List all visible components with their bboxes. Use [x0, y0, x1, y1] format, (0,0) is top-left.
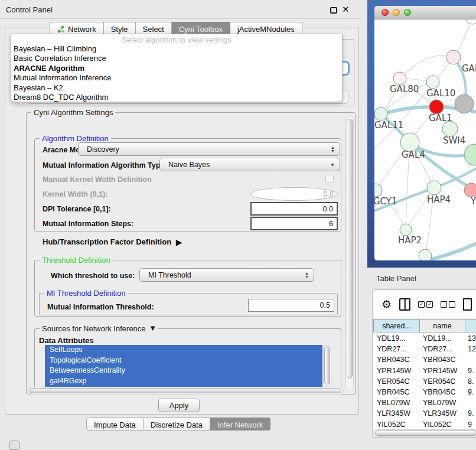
table-row[interactable]: YIL052CYIL052C9 — [373, 419, 476, 430]
network-node-label: GAL4 — [402, 149, 425, 160]
tab-cyni-toolbox[interactable]: Cyni Toolbox — [172, 22, 230, 35]
table-row[interactable]: YBR045CYBR045C9. — [373, 387, 476, 397]
dock-panel-icon[interactable] — [9, 441, 19, 450]
column-header-name[interactable]: name — [420, 319, 465, 332]
tab-network[interactable]: Network — [50, 22, 104, 35]
algorithm-option[interactable]: Mutual Information Inference — [11, 73, 342, 83]
network-node[interactable] — [455, 94, 474, 113]
network-node-gal1[interactable] — [429, 100, 444, 114]
tab-jactivemnodules[interactable]: jActiveMNodules — [230, 22, 302, 35]
hub-section-toggle[interactable]: Hub/Transcription Factor Definition ▶ — [43, 237, 180, 246]
algorithm-dropdown-placeholder: Select algorithm to view settings — [11, 34, 342, 44]
bottom-tabs: Impute Data Discretize Data Infer Networ… — [86, 418, 270, 431]
network-window-titlebar[interactable] — [374, 6, 476, 19]
algorithm-option[interactable]: Dream8 DC_TDC Algorithm — [11, 93, 342, 102]
settings-vertical-scrollbar-thumb[interactable] — [347, 119, 353, 379]
minimize-traffic-light-icon[interactable] — [393, 9, 400, 16]
attributes-list-scrollbar[interactable] — [323, 345, 331, 387]
table-row[interactable]: YPR145WYPR145W9. — [373, 366, 476, 376]
table-row[interactable]: YBR043CYBR043C — [373, 354, 476, 365]
deselect-all-columns-icon[interactable] — [441, 301, 455, 308]
settings-vertical-scrollbar[interactable] — [345, 116, 354, 391]
tab-select[interactable]: Select — [136, 22, 172, 35]
table-panel-title: Table Panel — [376, 274, 416, 283]
table-cell: YLR345W — [423, 408, 464, 419]
float-window-icon[interactable] — [330, 7, 337, 14]
checked-box-icon: ✓ — [418, 301, 425, 308]
table-horizontal-scrollbar-thumb[interactable] — [375, 431, 476, 436]
data-attribute-item[interactable]: SelfLoops — [45, 345, 322, 356]
apply-button[interactable]: Apply — [158, 399, 200, 412]
algorithm-option[interactable]: ARACNE Algorithm — [11, 64, 342, 73]
sources-group-title[interactable]: Sources for Network Inference ▼ — [40, 324, 158, 333]
kernel-width-input[interactable]: 0.0 — [250, 187, 338, 201]
table-cell: YBL079W — [423, 397, 464, 408]
manual-kernel-checkbox[interactable] — [325, 175, 334, 183]
zoom-traffic-light-icon[interactable] — [404, 9, 411, 16]
data-attributes-list[interactable]: SelfLoopsTopologicalCoefficientBetweenne… — [45, 345, 322, 387]
close-icon[interactable]: ✕ — [342, 4, 350, 15]
mi-type-label: Mutual Information Algorithm Type: — [43, 161, 167, 169]
kernel-width-label: Kernel Width (0,1): — [43, 190, 107, 198]
network-node-y[interactable] — [464, 183, 476, 197]
expanded-arrow-icon: ▼ — [149, 324, 157, 332]
table-row[interactable]: YDR27...YDR27...12 — [373, 344, 476, 354]
dpi-tolerance-input[interactable]: 0.0 — [250, 202, 338, 216]
tab-style[interactable]: Style — [104, 22, 136, 35]
unchecked-box-icon — [441, 301, 447, 308]
aracne-mode-select[interactable]: Discovery ▲▼ — [78, 142, 340, 156]
data-attribute-item[interactable]: BetweennessCentrality — [45, 366, 322, 376]
network-canvas[interactable]: GALGAL80GAL10GAL1GAL11SWI4GAL4GCY1HAP4YH… — [374, 19, 476, 260]
mi-steps-input[interactable]: 6 — [250, 217, 338, 230]
table-cell: YIL052C — [377, 419, 418, 430]
column-header-shared-name[interactable]: shared... — [373, 319, 420, 332]
mi-type-select[interactable]: Naive Bayes ▼ — [159, 158, 340, 171]
split-columns-icon[interactable] — [399, 298, 410, 311]
network-node-hap2[interactable] — [400, 224, 412, 236]
algorithm-option[interactable]: Basic Correlation Inference — [11, 54, 342, 63]
settings-horizontal-scrollbar[interactable] — [28, 387, 344, 394]
checked-box-icon: ✓ — [426, 301, 433, 308]
column-header-partial[interactable] — [465, 319, 476, 332]
table-row[interactable]: YBL079WYBL079W — [373, 397, 476, 408]
tab-discretize-data[interactable]: Discretize Data — [144, 418, 210, 431]
table-cell: 12 — [468, 344, 476, 354]
network-node-label: HAP4 — [427, 194, 451, 205]
table-row[interactable]: YER054CYER054C8. — [373, 376, 476, 387]
network-node-gcy1[interactable] — [374, 184, 382, 197]
table-row[interactable]: YDL19...YDL19...13 — [373, 333, 476, 344]
table-cell: 13 — [468, 333, 476, 344]
table-cell: YBR045C — [377, 387, 418, 397]
spinner-arrows-icon: ▲▼ — [305, 269, 309, 281]
page-icon[interactable] — [463, 298, 472, 311]
network-node-gal[interactable] — [446, 50, 461, 64]
tab-impute-data[interactable]: Impute Data — [86, 418, 144, 431]
data-attribute-item[interactable]: gal4RGexp — [45, 376, 322, 387]
table-row[interactable]: YLR345WYLR345W9. — [373, 408, 476, 419]
table-cell: YIL052C — [423, 419, 464, 430]
table-cell — [468, 397, 476, 408]
gear-icon[interactable]: ⚙ — [382, 299, 392, 310]
algorithm-option[interactable]: Bayesian – Hill Climbing — [11, 44, 342, 54]
network-node-gal10[interactable] — [426, 76, 439, 89]
algorithm-option[interactable]: Bayesian – K2 — [11, 83, 342, 93]
network-node[interactable] — [464, 144, 476, 165]
attributes-list-scrollbar-thumb[interactable] — [324, 347, 330, 384]
network-node-gal80[interactable] — [393, 72, 406, 85]
network-node-hap4[interactable] — [427, 181, 441, 195]
network-node[interactable] — [419, 249, 432, 260]
mi-steps-label: Mutual Information Steps: — [43, 220, 133, 228]
network-node[interactable] — [465, 19, 476, 24]
data-attribute-item[interactable]: TopologicalCoefficient — [45, 356, 322, 366]
which-threshold-select[interactable]: MI Threshold ▲▼ — [139, 268, 314, 282]
network-node-gal11[interactable] — [374, 107, 387, 120]
tab-infer-network[interactable]: Infer Network — [210, 418, 270, 431]
table-horizontal-scrollbar[interactable] — [374, 429, 476, 437]
mi-threshold-input[interactable]: 0.5 — [248, 299, 334, 312]
dpi-tolerance-label: DPI Tolerance [0,1]: — [43, 205, 111, 213]
close-traffic-light-icon[interactable] — [382, 9, 389, 16]
select-all-columns-icon[interactable]: ✓ ✓ — [418, 301, 433, 308]
settings-horizontal-scrollbar-thumb[interactable] — [30, 388, 341, 393]
settings-group-title: Cyni Algorithm Settings — [31, 108, 115, 117]
table-cell: YBL079W — [377, 397, 418, 408]
